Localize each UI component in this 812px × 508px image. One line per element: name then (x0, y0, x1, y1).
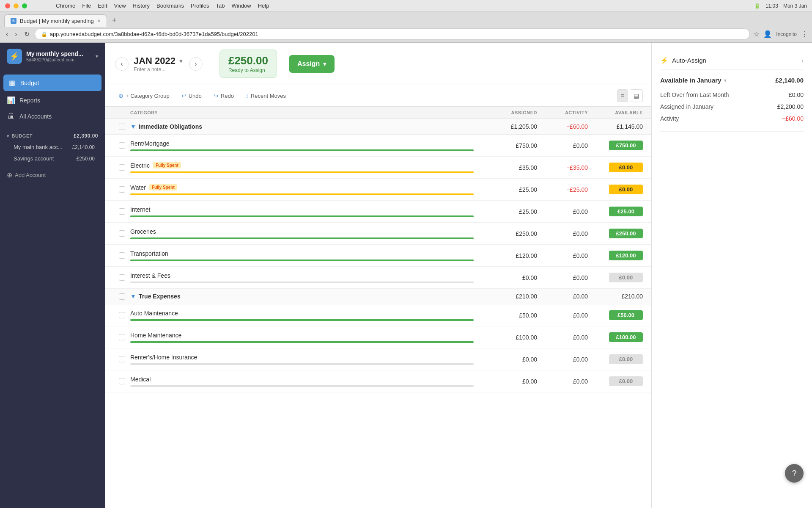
month-info: JAN 2022 ▼ Enter a note... (134, 55, 184, 72)
info-interest: Interest & Fees (130, 272, 478, 283)
ready-label: Ready to Assign (228, 67, 268, 73)
group-available-immediate: £1,145.00 (588, 123, 643, 130)
browser-tab[interactable]: B Budget | My monthly spending × (4, 14, 107, 27)
redo-button[interactable]: ↪ Redo (208, 90, 239, 102)
undo-button[interactable]: ↩ Undo (176, 90, 207, 102)
group-activity-immediate: −£60.00 (537, 123, 588, 130)
activity-rent: £0.00 (537, 142, 588, 149)
activity-auto: £0.00 (537, 312, 588, 319)
group-check-true[interactable] (113, 293, 130, 300)
activity-water: −£25.00 (537, 186, 588, 193)
check-rent[interactable] (113, 142, 130, 149)
app-logo: ⚡ (7, 49, 22, 64)
assign-button[interactable]: Assign ▾ (289, 55, 335, 73)
back-button[interactable]: ‹ (4, 29, 10, 40)
mac-menu-chrome[interactable]: Chrome (56, 3, 75, 9)
mac-menu-history[interactable]: History (133, 3, 150, 9)
close-dot[interactable] (5, 3, 10, 8)
battery-icon: 🔋 (754, 3, 760, 9)
info-medical: Medical (130, 376, 478, 387)
detail-label-activity: Activity (660, 115, 679, 122)
group-chevron-immediate: ▼ (130, 123, 136, 130)
budget-section-header[interactable]: ▾ BUDGET £2,390.00 (7, 133, 98, 139)
row-interest: Interest & Fees £0.00 £0.00 £0.00 (105, 267, 651, 289)
add-account-button[interactable]: ⊕ Add Account (0, 168, 105, 182)
help-button[interactable]: ? (785, 464, 804, 483)
sidebar-item-label-accounts: All Accounts (19, 113, 52, 120)
compact-view-button[interactable]: ▤ (630, 89, 643, 102)
group-row-true-expenses[interactable]: ▼ True Expenses £210.00 £0.00 £210.00 (105, 289, 651, 304)
minimize-dot[interactable] (14, 3, 19, 8)
forward-button[interactable]: › (13, 29, 19, 40)
fullscreen-dot[interactable] (22, 3, 27, 8)
profile-label: Incognito (776, 31, 797, 37)
activity-electric: −£35.00 (537, 164, 588, 171)
month-note[interactable]: Enter a note... (134, 66, 184, 72)
month-label: JAN 2022 (134, 55, 176, 66)
check-interest[interactable] (113, 274, 130, 281)
reload-button[interactable]: ↻ (22, 28, 31, 40)
prev-month-button[interactable]: ‹ (115, 57, 129, 71)
sidebar-header[interactable]: ⚡ My monthly spend... 5d485270@uifeed.co… (0, 43, 105, 70)
budget-icon: ▦ (8, 79, 16, 87)
mac-menu-profiles[interactable]: Profiles (191, 3, 209, 9)
mac-menu-view[interactable]: View (114, 3, 126, 9)
check-medical[interactable] (113, 378, 130, 384)
lock-icon: 🔒 (41, 31, 47, 37)
close-tab-button[interactable]: × (97, 17, 101, 24)
mac-menu-bookmarks[interactable]: Bookmarks (156, 3, 184, 9)
sidebar-nav: ▦ Budget 📊 Reports 🏛 All Accounts (0, 70, 105, 128)
mac-menu-help[interactable]: Help (258, 3, 269, 9)
recent-moves-button[interactable]: ↕ Recent Moves (241, 90, 291, 102)
activity-insurance: £0.00 (537, 356, 588, 363)
new-tab-button[interactable]: + (109, 14, 120, 27)
sidebar-item-reports[interactable]: 📊 Reports (0, 92, 105, 108)
assign-label: Assign (297, 60, 320, 68)
recent-moves-label: Recent Moves (251, 93, 286, 99)
bookmark-icon[interactable]: ☆ (753, 30, 759, 38)
available-insurance: £0.00 (588, 354, 643, 364)
detail-row-activity: Activity −£60.00 (660, 113, 804, 124)
mac-menu-window[interactable]: Window (231, 3, 251, 9)
brand-chevron: ▾ (96, 53, 98, 59)
list-view-button[interactable]: ≡ (617, 89, 628, 102)
account-name-main: My main bank acc... (14, 144, 72, 150)
extensions-icon[interactable]: ⋮ (801, 30, 808, 38)
auto-assign-row[interactable]: ⚡ Auto-Assign › (660, 51, 804, 70)
col-assigned: ASSIGNED (478, 110, 537, 115)
check-internet[interactable] (113, 208, 130, 215)
mac-menu-tab[interactable]: Tab (216, 3, 225, 9)
sidebar-item-all-accounts[interactable]: 🏛 All Accounts (0, 108, 105, 124)
auto-assign-chevron: › (801, 57, 804, 64)
mac-menu-edit[interactable]: Edit (98, 3, 107, 9)
check-home-maintenance[interactable] (113, 334, 130, 340)
available-groceries: £250.00 (588, 229, 643, 238)
section-chevron: ▾ (7, 134, 9, 138)
check-insurance[interactable] (113, 356, 130, 362)
next-month-button[interactable]: › (189, 57, 203, 71)
sidebar-item-budget[interactable]: ▦ Budget (3, 75, 102, 91)
account-item-savings[interactable]: Savings account £250.00 (7, 153, 98, 164)
check-auto[interactable] (113, 312, 130, 318)
check-groceries[interactable] (113, 230, 130, 237)
available-section-header[interactable]: Available in January ▾ £2,140.00 (660, 77, 804, 84)
check-water[interactable] (113, 186, 130, 193)
mac-menu-file[interactable]: File (82, 3, 91, 9)
name-interest: Interest & Fees (130, 272, 474, 279)
available-section-amount: £2,140.00 (775, 77, 804, 84)
available-interest: £0.00 (588, 273, 643, 282)
group-check-immediate[interactable] (113, 124, 130, 130)
app-container: ⚡ My monthly spend... 5d485270@uifeed.co… (0, 43, 812, 508)
account-item-main[interactable]: My main bank acc... £2,140.00 (7, 141, 98, 153)
name-medical: Medical (130, 376, 474, 383)
month-dropdown-icon[interactable]: ▼ (178, 58, 184, 64)
right-panel: ⚡ Auto-Assign › Available in January ▾ £… (651, 43, 812, 508)
row-medical: Medical £0.00 £0.00 £0.00 (105, 370, 651, 392)
add-category-group-button[interactable]: ⊕ + Category Group (113, 90, 175, 102)
name-electric: Electric Fully Spent (130, 162, 474, 169)
profile-icon[interactable]: 👤 (763, 30, 772, 38)
group-row-immediate[interactable]: ▼ Immediate Obligations £1,205.00 −£60.0… (105, 119, 651, 135)
check-electric[interactable] (113, 164, 130, 171)
url-bar[interactable]: 🔒 app.youneedabudget.com/3a8bbdae-d62a-4… (35, 28, 750, 40)
check-transportation[interactable] (113, 252, 130, 259)
